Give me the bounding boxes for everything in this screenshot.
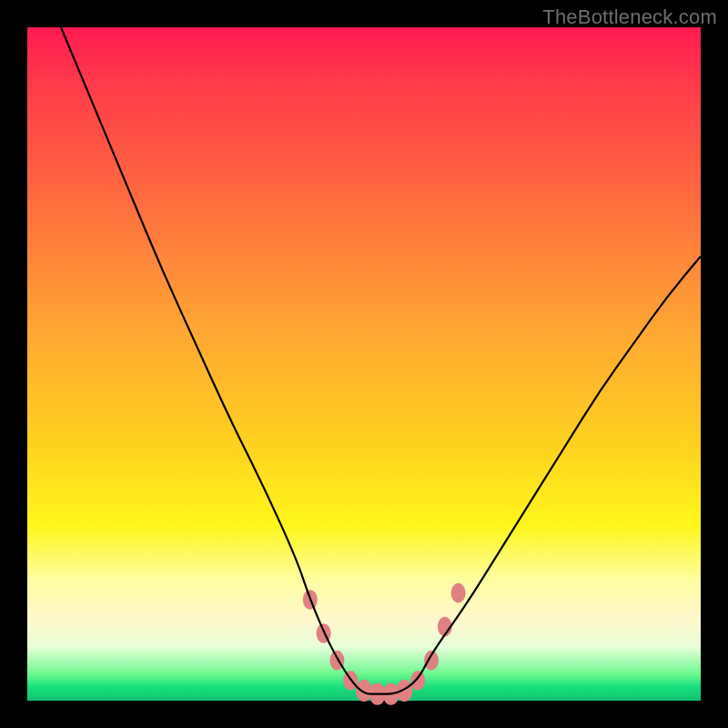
marker-dot bbox=[451, 583, 466, 603]
curve-svg bbox=[27, 27, 701, 701]
bottleneck-curve bbox=[61, 27, 701, 694]
marker-dot bbox=[410, 671, 425, 691]
marker-dot bbox=[396, 680, 412, 702]
chart-frame: TheBottleneck.com bbox=[0, 0, 728, 728]
marker-group bbox=[303, 583, 466, 705]
plot-area bbox=[27, 27, 701, 701]
watermark-text: TheBottleneck.com bbox=[542, 5, 717, 29]
